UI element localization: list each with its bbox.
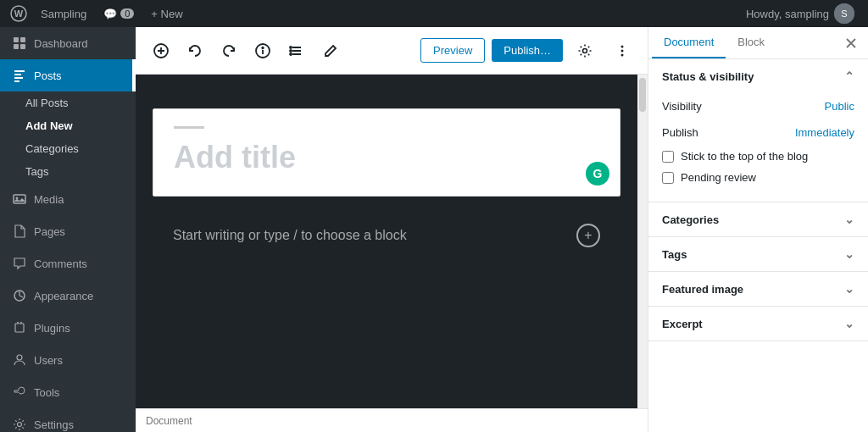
- add-block-inline-button[interactable]: +: [576, 224, 600, 247]
- svg-point-21: [621, 45, 624, 47]
- sidebar-item-comments[interactable]: Comments: [0, 247, 136, 280]
- svg-point-16: [262, 47, 264, 48]
- plugins-icon: [12, 320, 27, 335]
- chevron-up-icon: ⌃: [844, 69, 854, 83]
- panel-title: Categories: [662, 213, 719, 226]
- users-icon: [12, 352, 27, 368]
- visibility-row: Visibility Public: [662, 93, 854, 119]
- publish-button[interactable]: Publish…: [492, 39, 563, 62]
- panel-categories-header[interactable]: Categories ⌄: [648, 202, 868, 236]
- editor-scroll-area: Add title G Start writing or type / to c…: [136, 75, 648, 408]
- editor-scroll-thumb[interactable]: [639, 78, 646, 112]
- editor-bottom-bar: Document: [136, 408, 648, 432]
- chevron-down-icon: ⌄: [844, 282, 854, 296]
- sidebar-item-pages[interactable]: Pages: [0, 215, 136, 247]
- admin-bar-right: Howdy, sampling S: [739, 3, 861, 24]
- panel-status-visibility-header[interactable]: Status & visibility ⌃: [648, 59, 868, 93]
- submenu-all-posts[interactable]: All Posts: [0, 91, 136, 114]
- svg-point-22: [621, 49, 624, 52]
- sidebar-item-posts[interactable]: Posts: [0, 59, 136, 91]
- panel-status-visibility-body: Visibility Public Publish Immediately St…: [648, 93, 868, 202]
- editor-toolbar: Preview Publish…: [136, 27, 648, 75]
- chevron-down-icon: ⌄: [844, 317, 854, 330]
- right-sidebar-body: Status & visibility ⌃ Visibility Public …: [648, 59, 868, 432]
- editor-main: Preview Publish… Add title G: [136, 27, 648, 432]
- panel-tags-header[interactable]: Tags ⌄: [648, 237, 868, 271]
- new-bar-item[interactable]: + New: [144, 8, 189, 20]
- panel-featured-image: Featured image ⌄: [648, 272, 868, 307]
- svg-text:W: W: [14, 8, 24, 19]
- tab-block[interactable]: Block: [726, 27, 776, 58]
- preview-button[interactable]: Preview: [420, 38, 485, 63]
- settings-icon: [12, 417, 27, 432]
- sidebar-item-dashboard[interactable]: Dashboard: [0, 27, 136, 59]
- chevron-down-icon: ⌄: [844, 213, 854, 226]
- panel-excerpt-header[interactable]: Excerpt ⌄: [648, 307, 868, 341]
- redo-button[interactable]: [214, 36, 244, 66]
- visibility-label: Visibility: [662, 100, 702, 113]
- sidebar-item-label: Users: [34, 354, 63, 367]
- wp-logo[interactable]: W: [7, 2, 31, 25]
- paragraph-block[interactable]: Start writing or type / to choose a bloc…: [153, 210, 620, 261]
- chevron-down-icon: ⌄: [844, 247, 854, 261]
- sidebar-item-plugins[interactable]: Plugins: [0, 312, 136, 344]
- info-button[interactable]: [248, 36, 278, 66]
- active-indicator: [132, 59, 136, 91]
- svg-point-12: [17, 355, 22, 360]
- bottom-bar-label: Document: [146, 415, 192, 427]
- sidebar: Dashboard Posts All Posts Add New Catego…: [0, 27, 136, 432]
- svg-point-13: [18, 423, 22, 427]
- editor-content[interactable]: Add title G Start writing or type / to c…: [136, 75, 637, 408]
- comments-bar-item[interactable]: 💬 0: [97, 8, 141, 20]
- pending-review-label: Pending review: [681, 171, 756, 184]
- publish-value[interactable]: Immediately: [795, 126, 854, 139]
- more-options-button[interactable]: [607, 36, 637, 66]
- list-view-button[interactable]: [281, 36, 312, 66]
- dashboard-icon: [12, 36, 27, 51]
- panel-title: Featured image: [662, 283, 743, 296]
- add-block-toolbar-button[interactable]: [146, 36, 176, 66]
- toolbar-right: Preview Publish…: [420, 36, 637, 66]
- avatar: S: [834, 3, 854, 24]
- svg-point-17: [290, 47, 292, 48]
- sidebar-item-settings[interactable]: Settings: [0, 408, 136, 432]
- svg-point-18: [290, 50, 292, 52]
- pages-icon: [12, 224, 27, 239]
- submenu-categories[interactable]: Categories: [0, 137, 136, 160]
- sidebar-item-label: Comments: [34, 258, 87, 270]
- admin-bar: W Sampling 💬 0 + New Howdy, sampling S: [0, 0, 868, 27]
- svg-point-23: [621, 53, 624, 56]
- sidebar-item-users[interactable]: Users: [0, 344, 136, 376]
- pending-review-row: Pending review: [662, 167, 854, 188]
- panel-title: Tags: [662, 248, 687, 261]
- svg-rect-8: [14, 195, 25, 203]
- sidebar-item-tools[interactable]: Tools: [0, 376, 136, 408]
- sidebar-item-media[interactable]: Media: [0, 183, 136, 215]
- editor-canvas: Add title G Start writing or type / to c…: [153, 108, 620, 261]
- submenu-add-new[interactable]: Add New: [0, 114, 136, 137]
- stick-to-top-checkbox[interactable]: [662, 151, 674, 163]
- settings-gear-button[interactable]: [570, 36, 600, 66]
- close-sidebar-button[interactable]: [837, 30, 865, 57]
- stick-to-top-row: Stick to the top of the blog: [662, 146, 854, 167]
- panel-excerpt: Excerpt ⌄: [648, 307, 868, 341]
- right-sidebar-tabs: Document Block: [648, 27, 868, 59]
- title-block[interactable]: Add title G: [153, 108, 620, 197]
- undo-button[interactable]: [180, 36, 210, 66]
- submenu-tags[interactable]: Tags: [0, 160, 136, 183]
- stick-to-top-label: Stick to the top of the blog: [681, 150, 808, 163]
- panel-featured-image-header[interactable]: Featured image ⌄: [648, 272, 868, 306]
- sidebar-item-label: Appearance: [34, 290, 93, 302]
- visibility-value[interactable]: Public: [825, 100, 854, 113]
- panel-status-visibility: Status & visibility ⌃ Visibility Public …: [648, 59, 868, 202]
- site-name[interactable]: Sampling: [34, 0, 93, 27]
- pending-review-checkbox[interactable]: [662, 172, 674, 184]
- tab-document[interactable]: Document: [652, 27, 726, 58]
- sidebar-item-label: Posts: [34, 69, 62, 82]
- sidebar-item-appearance[interactable]: Appearance: [0, 280, 136, 312]
- publish-row: Publish Immediately: [662, 119, 854, 146]
- sidebar-section-posts: Posts All Posts Add New Categories Tags: [0, 59, 136, 183]
- title-placeholder[interactable]: Add title: [174, 139, 599, 175]
- editor-scrollbar[interactable]: [637, 75, 648, 408]
- edit-button[interactable]: [315, 36, 346, 66]
